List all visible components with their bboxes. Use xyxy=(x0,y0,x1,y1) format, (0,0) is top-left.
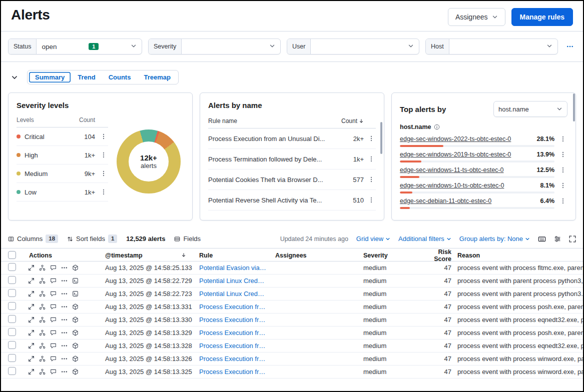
row-checkbox[interactable] xyxy=(8,341,16,349)
session-view-icon[interactable] xyxy=(72,330,79,336)
alert-rule-link[interactable]: Potential Evasion via Filter ... xyxy=(196,264,272,272)
row-checkbox[interactable] xyxy=(8,276,16,284)
host-name-link[interactable]: edge-sec-debian-11-obtc-estec-0 xyxy=(400,198,536,204)
rule-column-header[interactable]: Rule xyxy=(196,252,272,259)
risk-score-column-header[interactable]: Risk Score xyxy=(419,248,451,262)
chart-view-tab[interactable]: Treemap xyxy=(138,72,176,82)
expand-alert-icon[interactable] xyxy=(28,356,35,362)
kebab-menu-icon[interactable] xyxy=(367,134,376,143)
chart-view-tab[interactable]: Summary xyxy=(29,72,71,82)
kebab-menu-icon[interactable] xyxy=(99,150,108,160)
alert-rule-link[interactable]: Process Execution from an ... xyxy=(196,329,272,336)
more-actions-icon[interactable] xyxy=(61,264,68,271)
expand-alert-icon[interactable] xyxy=(28,304,35,310)
kebab-menu-icon[interactable] xyxy=(558,166,567,174)
kebab-menu-icon[interactable] xyxy=(367,154,376,164)
analyze-event-icon[interactable] xyxy=(39,304,46,310)
row-checkbox[interactable] xyxy=(8,289,16,297)
analyze-event-icon[interactable] xyxy=(39,278,46,284)
timestamp-column-header[interactable]: @timestamp xyxy=(102,252,143,259)
comment-icon[interactable] xyxy=(50,290,57,297)
chart-view-tab[interactable]: Trend xyxy=(72,72,101,82)
kebab-menu-icon[interactable] xyxy=(99,169,108,178)
alert-reason[interactable]: process event with process fltmc.exe, pa… xyxy=(451,264,583,272)
expand-alert-icon[interactable] xyxy=(28,368,35,375)
analyze-event-icon[interactable] xyxy=(39,356,46,362)
display-options-icon[interactable] xyxy=(554,236,561,242)
session-view-icon[interactable] xyxy=(72,368,79,375)
comment-icon[interactable] xyxy=(50,304,57,310)
analyze-event-icon[interactable] xyxy=(39,264,46,271)
fullscreen-icon[interactable] xyxy=(569,236,576,242)
row-checkbox[interactable] xyxy=(8,315,16,323)
panel-scrollbar[interactable] xyxy=(380,122,382,154)
kebab-menu-icon[interactable] xyxy=(99,188,108,196)
session-view-icon[interactable] xyxy=(72,342,79,349)
row-checkbox[interactable] xyxy=(8,367,16,375)
expand-alert-icon[interactable] xyxy=(28,278,35,284)
columns-button[interactable]: Columns 18 xyxy=(8,234,58,243)
session-view-icon[interactable] xyxy=(72,278,79,284)
assignees-column-header[interactable]: Assignees xyxy=(272,252,360,259)
alert-rule-link[interactable]: Potential Linux Credential ... xyxy=(196,290,272,298)
analyze-event-icon[interactable] xyxy=(39,342,46,349)
alert-rule-link[interactable]: Process Execution from an ... xyxy=(196,355,272,362)
host-filter[interactable]: Host xyxy=(425,38,558,54)
severity-donut[interactable]: 12k+ alerts xyxy=(117,130,181,194)
alert-reason[interactable]: process event with parent process python… xyxy=(451,277,583,284)
expand-alert-icon[interactable] xyxy=(28,264,35,271)
session-view-icon[interactable] xyxy=(72,264,79,271)
expand-alert-icon[interactable] xyxy=(28,290,35,297)
expand-alert-icon[interactable] xyxy=(28,316,35,323)
count-column-header[interactable]: Count xyxy=(341,118,357,124)
comment-icon[interactable] xyxy=(50,264,57,271)
alert-reason[interactable]: process event with process posh.exe, par… xyxy=(451,303,583,310)
alert-reason[interactable]: process event with process eqnedt32.exe,… xyxy=(451,316,583,324)
keyboard-shortcuts-icon[interactable] xyxy=(538,235,546,243)
additional-filters-dropdown[interactable]: Additional filters xyxy=(398,235,451,242)
severity-column-header[interactable]: Severity xyxy=(360,252,419,259)
chart-view-tab[interactable]: Counts xyxy=(103,72,137,82)
comment-icon[interactable] xyxy=(50,278,57,284)
rule-name[interactable]: Potential Reverse Shell Activity via Te.… xyxy=(208,196,339,204)
row-checkbox[interactable] xyxy=(8,328,16,336)
more-actions-icon[interactable] xyxy=(61,304,68,310)
host-name-link[interactable]: edge-sec-windows-2019-ts-obtc-estec-0 xyxy=(400,151,533,158)
comment-icon[interactable] xyxy=(50,330,57,336)
more-filters-icon[interactable] xyxy=(564,40,576,52)
host-name-link[interactable]: edge-sec-windows-11-ts-obtc-estec-0 xyxy=(400,166,533,174)
session-view-icon[interactable] xyxy=(72,356,79,362)
session-view-icon[interactable] xyxy=(72,290,79,297)
rule-name-column-header[interactable]: Rule name xyxy=(208,118,339,124)
assignees-button[interactable]: Assignees xyxy=(448,8,505,26)
kebab-menu-icon[interactable] xyxy=(558,181,567,190)
comment-icon[interactable] xyxy=(50,316,57,323)
alert-reason[interactable]: process event with process eqnedt32.exe,… xyxy=(451,342,583,350)
alert-reason[interactable]: process event with process winword.exe, … xyxy=(451,368,583,376)
more-actions-icon[interactable] xyxy=(61,368,68,375)
analyze-event-icon[interactable] xyxy=(39,368,46,375)
comment-icon[interactable] xyxy=(50,356,57,362)
analyze-event-icon[interactable] xyxy=(39,290,46,297)
more-actions-icon[interactable] xyxy=(61,330,68,336)
grid-view-dropdown[interactable]: Grid view xyxy=(356,235,390,242)
rule-name[interactable]: Process Execution from an Unusual Di... xyxy=(208,135,339,142)
collapse-charts-icon[interactable] xyxy=(8,71,21,84)
alert-rule-link[interactable]: Process Execution from an ... xyxy=(196,303,272,310)
host-name-link[interactable]: edge-sec-windows-2022-ts-obtc-estec-0 xyxy=(400,136,533,142)
alert-reason[interactable]: process event with parent process python… xyxy=(451,290,583,298)
session-view-icon[interactable] xyxy=(72,316,79,323)
kebab-menu-icon[interactable] xyxy=(558,196,567,206)
rule-name[interactable]: Process Termination followed by Dele... xyxy=(208,156,339,163)
session-view-icon[interactable] xyxy=(72,304,79,310)
group-alerts-dropdown[interactable]: Group alerts by: None xyxy=(459,235,530,242)
more-actions-icon[interactable] xyxy=(61,342,68,349)
kebab-menu-icon[interactable] xyxy=(99,132,108,141)
comment-icon[interactable] xyxy=(50,342,57,349)
alert-rule-link[interactable]: Process Execution from an ... xyxy=(196,342,272,350)
comment-icon[interactable] xyxy=(50,368,57,375)
more-actions-icon[interactable] xyxy=(61,290,68,297)
alert-reason[interactable]: process event with process winword.exe, … xyxy=(451,355,583,362)
manage-rules-button[interactable]: Manage rules xyxy=(511,8,573,26)
expand-alert-icon[interactable] xyxy=(28,330,35,336)
